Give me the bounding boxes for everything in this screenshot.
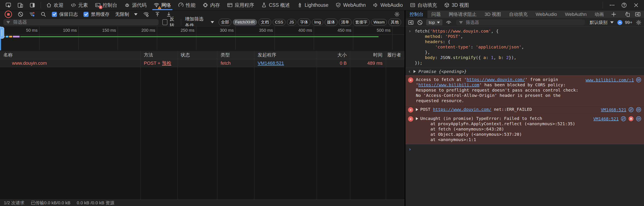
filter-chip-manifest[interactable]: 清单 [339, 19, 352, 26]
error-url-link[interactable]: https://www.douyin.com/ [433, 107, 491, 112]
stack-trace-icon[interactable] [628, 107, 634, 113]
source-location-link[interactable]: www.bilibili.com/:1 [586, 77, 634, 82]
console-error-net-error[interactable]: ×POST https://www.douyin.com/ net::ERR_F… [406, 105, 644, 115]
filter-chip-media[interactable]: 媒体 [325, 19, 338, 26]
filter-icon[interactable] [29, 12, 35, 17]
console-settings-gear-icon[interactable] [636, 20, 642, 25]
timeline-overview[interactable]: 50 ms100 ms150 ms200 ms250 ms300 ms350 m… [0, 26, 404, 51]
filter-chip-all[interactable]: 全部 [219, 19, 231, 26]
column-header-status[interactable]: 状态 [177, 51, 217, 59]
source-location-link[interactable]: VM1468:521 [594, 116, 619, 121]
tab-application[interactable]: 应用程序 [224, 0, 258, 10]
network-conditions-icon[interactable] [143, 12, 149, 17]
expand-triangle-icon[interactable] [416, 108, 418, 111]
error-url-link[interactable]: https://www.bilibili.com [418, 82, 479, 87]
grip-handle-icon[interactable] [0, 27, 4, 39]
preserve-log-checkbox[interactable]: 保留日志 [52, 11, 78, 18]
result-value[interactable]: Promise {<pending>} [418, 69, 467, 74]
column-header-initiator[interactable]: 发起程序 [254, 51, 317, 59]
close-icon[interactable] [633, 2, 639, 8]
rotate-device-icon[interactable] [624, 12, 630, 17]
error-count-icon[interactable] [628, 116, 634, 122]
tab-welcome[interactable]: 欢迎 [42, 0, 67, 10]
tab-webaudio[interactable]: WebAudio [369, 0, 406, 10]
device-toolbar-icon[interactable] [18, 2, 23, 8]
error-badge-icon: × [99, 6, 102, 9]
column-header-method[interactable]: 方法 [140, 51, 177, 59]
import-har-icon[interactable] [154, 12, 160, 17]
live-expression-eye-icon[interactable] [446, 20, 452, 25]
filter-chip-socket[interactable]: 套接字 [353, 19, 370, 26]
drawer-tab-animation[interactable]: 动画 [591, 10, 608, 18]
clear-console-icon[interactable] [417, 20, 423, 25]
help-icon[interactable] [621, 2, 627, 8]
add-tab-button[interactable] [608, 10, 620, 18]
column-header-type[interactable]: 类型 [217, 51, 254, 59]
copilot-icon[interactable] [617, 20, 623, 25]
tab-css-overview[interactable]: CSS 概述 [258, 0, 294, 10]
filter-chip-other[interactable]: 其他 [388, 19, 401, 26]
timeline-left-grip[interactable] [0, 26, 1, 50]
tab-network[interactable]: 网络 [150, 0, 174, 10]
error-url-link[interactable]: https://www.douyin.com/ [467, 77, 525, 82]
tab-memory[interactable]: 内存 [199, 0, 224, 10]
main-tabbar: 欢迎元素×控制台源代码网络性能内存应用程序CSS 概述LighthouseWeb… [0, 0, 644, 10]
tab-sources[interactable]: 源代码 [121, 0, 150, 10]
tab-elements[interactable]: 元素 [67, 0, 92, 10]
filter-chip-wasm[interactable]: Wasm [371, 19, 387, 25]
tab-performance[interactable]: 性能 [174, 0, 199, 10]
network-settings-gear-icon[interactable] [394, 12, 400, 17]
tab-3d-view[interactable]: 3D 视图 [440, 0, 472, 10]
expand-triangle-icon[interactable] [414, 70, 416, 73]
search-icon[interactable] [40, 12, 46, 17]
copilot-icon[interactable] [636, 107, 642, 113]
column-header-fulfilled-by[interactable]: 履行者 [386, 51, 404, 59]
filter-chip-fetch-xhr[interactable]: Fetch/XHR [233, 19, 257, 25]
more-options-icon[interactable] [609, 2, 615, 8]
console-sidebar-toggle-icon[interactable] [408, 20, 414, 25]
drawer-tab-3d-view[interactable]: 3D 视图 [480, 10, 505, 18]
drawer-tab-issues[interactable]: 问题 [428, 10, 445, 18]
dock-right-icon[interactable] [635, 12, 641, 17]
filter-chip-img[interactable]: Img [312, 19, 323, 25]
record-network-log-button[interactable] [5, 11, 12, 18]
issues-count-badge[interactable]: 99+ [625, 20, 632, 25]
console-filter-input[interactable] [466, 20, 582, 25]
stack-trace-icon[interactable] [620, 116, 626, 122]
source-location-link[interactable]: VM1468:521 [601, 107, 626, 112]
expand-triangle-icon[interactable] [416, 117, 418, 120]
tab-webauthn[interactable]: WebAuthn [332, 0, 369, 10]
network-filter-input[interactable] [13, 19, 156, 25]
cell-name: www.douyin.com [0, 59, 140, 67]
console-prompt[interactable]: › [406, 144, 644, 154]
column-header-size[interactable]: 大小 [317, 51, 350, 59]
focus-mode-icon[interactable] [30, 2, 35, 8]
tab-autofill[interactable]: 自动填充 [406, 0, 440, 10]
execution-context-select[interactable]: top [426, 20, 442, 25]
filter-chip-doc[interactable]: 文档 [258, 19, 271, 26]
clear-network-log-icon[interactable] [18, 12, 24, 17]
copilot-icon[interactable] [636, 77, 642, 83]
drawer-tab-webauthn[interactable]: WebAuthn [561, 10, 590, 18]
column-header-time[interactable]: 时间 [350, 51, 386, 59]
filter-chip-js[interactable]: JS [287, 19, 296, 25]
disable-cache-checkbox[interactable]: 禁用缓存 [84, 11, 110, 18]
column-header-name[interactable]: 名称 [0, 51, 140, 59]
filter-chip-css[interactable]: CSS [273, 19, 286, 25]
console-error-cors-error[interactable]: ×Access to fetch at 'https://www.douyin.… [406, 75, 644, 105]
console-error-uncaught-error[interactable]: ×Uncaught (in promise) TypeError: Failed… [406, 114, 644, 144]
tab-console[interactable]: ×控制台 [92, 0, 121, 10]
initiator-link[interactable]: VM1468:521 [258, 60, 284, 66]
request-row[interactable]: www.douyin.comPOST +预检fetchVM1468:5210 B… [0, 59, 404, 67]
copilot-icon[interactable] [636, 116, 642, 122]
drawer-tab-webaudio[interactable]: WebAudio [532, 10, 561, 18]
inspect-element-icon[interactable] [6, 2, 11, 8]
filter-chip-font[interactable]: 字体 [298, 19, 310, 26]
preflight-link[interactable]: 预检 [162, 60, 171, 66]
drawer-tab-console[interactable]: 控制台 [406, 10, 428, 18]
drawer-tab-network-request-blocking[interactable]: 网络请求阻止 [445, 10, 480, 18]
log-level-select[interactable]: 默认级别 [590, 20, 614, 25]
throttling-select[interactable]: 无限制 [115, 11, 138, 18]
drawer-tab-autofill[interactable]: 自动填充 [505, 10, 532, 18]
tab-lighthouse[interactable]: Lighthouse [294, 0, 332, 10]
